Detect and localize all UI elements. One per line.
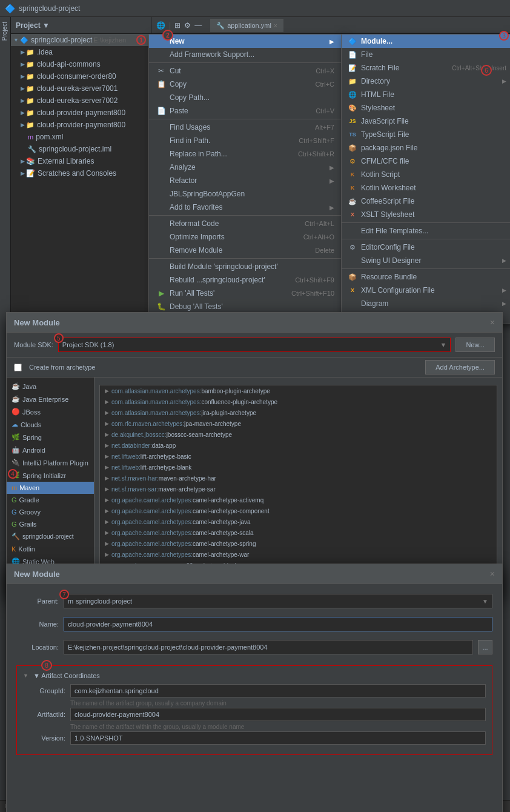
tree-consumer-order[interactable]: ▶ 📁 cloud-consumer-order80: [11, 70, 151, 82]
editor-tab-yml[interactable]: 🔧 application.yml ×: [210, 19, 283, 32]
menu-item-copy-path[interactable]: Copy Path...: [149, 91, 342, 104]
menu-item-favorites[interactable]: Add to Favorites ▶: [149, 201, 342, 214]
toolbar-settings-icon[interactable]: ⚙: [184, 21, 191, 30]
submenu-kotlin-script[interactable]: K Kotlin Script: [342, 168, 510, 181]
groupid-input[interactable]: [70, 684, 486, 697]
menu-item-framework[interactable]: Add Framework Support...: [149, 48, 342, 61]
menu-item-rebuild[interactable]: Rebuild ...springcloud-project' Ctrl+Shi…: [149, 273, 342, 287]
version-input[interactable]: [70, 731, 486, 745]
sidebar-java-enterprise[interactable]: ☕ Java Enterprise: [7, 393, 94, 405]
menu-item-reformat[interactable]: Reformat Code Ctrl+Alt+L: [149, 217, 342, 230]
tree-iml[interactable]: 🔧 springcloud-project.iml: [11, 143, 151, 155]
dialog2-close-btn[interactable]: ×: [490, 569, 495, 579]
toolbar-globe-icon[interactable]: 🌐: [156, 21, 165, 30]
submenu-edit-templates[interactable]: Edit File Templates...: [342, 224, 510, 238]
archetype-seam[interactable]: ▶ de.akquinet.jbosscc:jbosscc-seam-arche…: [100, 429, 497, 440]
tree-pom[interactable]: m pom.xml: [11, 131, 151, 143]
archetype-data-app[interactable]: ▶ net.databinder:data-app: [100, 440, 497, 451]
menu-item-jbl[interactable]: JBLSpringBootAppGen: [149, 187, 342, 201]
submenu-directory[interactable]: 📁 Directory ▶: [342, 75, 510, 88]
menu-item-refactor[interactable]: Refactor ▶: [149, 174, 342, 187]
archetype-list[interactable]: ▶ com.atlassian.maven.archetypes:bamboo-…: [99, 385, 497, 567]
archetype-jira[interactable]: ▶ com.atlassian.maven.archetypes:jira-pl…: [100, 407, 497, 418]
tree-api-commons[interactable]: ▶ 📁 cloud-api-commons: [11, 58, 151, 70]
submenu-diagram[interactable]: Diagram ▶: [342, 297, 510, 310]
sidebar-groovy[interactable]: G Groovy: [7, 506, 94, 518]
dialog1-close-btn[interactable]: ×: [490, 318, 495, 327]
archetype-camel-scala[interactable]: ▶ org.apache.camel.archetypes:camel-arch…: [100, 527, 497, 538]
archetype-bamboo[interactable]: ▶ com.atlassian.maven.archetypes:bamboo-…: [100, 385, 497, 396]
menu-item-find-usages[interactable]: Find Usages Alt+F7: [149, 121, 342, 134]
submenu-stylesheet[interactable]: 🎨 Stylesheet: [342, 101, 510, 115]
submenu-xml-config[interactable]: X XML Configuration File ▶: [342, 284, 510, 297]
artifactid-input[interactable]: [70, 708, 486, 721]
submenu-file[interactable]: 📄 File: [342, 48, 510, 61]
location-browse-btn[interactable]: ...: [478, 640, 492, 654]
archetype-har[interactable]: ▶ net.sf.maven-har:maven-archetype-har: [100, 473, 497, 484]
name-input[interactable]: [64, 617, 492, 631]
sidebar-kotlin[interactable]: K Kotlin: [7, 543, 94, 555]
sidebar-app-forge[interactable]: 🔨 springcloud-project: [7, 530, 94, 543]
submenu-resource-bundle[interactable]: 📦 Resource Bundle: [342, 270, 510, 284]
sidebar-intellij-plugin[interactable]: 🔌 IntelliJ Platform Plugin: [7, 456, 94, 469]
submenu-cfml[interactable]: ⚙ CFML/CFC file: [342, 155, 510, 168]
submenu-html[interactable]: 🌐 HTML File: [342, 88, 510, 101]
panel-header[interactable]: Project ▼: [11, 17, 151, 34]
menu-item-remove-module[interactable]: Remove Module Delete: [149, 244, 342, 257]
tree-root[interactable]: ▼ 🔷 springcloud-project E:\kejizhen: [11, 34, 151, 46]
menu-item-analyze[interactable]: Analyze ▶: [149, 161, 342, 174]
menu-item-build[interactable]: Build Module 'springcloud-project': [149, 260, 342, 273]
sidebar-clouds[interactable]: ☁ Clouds: [7, 418, 94, 431]
menu-item-copy[interactable]: 📋 Copy Ctrl+C: [149, 78, 342, 91]
menu-item-cut[interactable]: ✂ Cut Ctrl+X: [149, 64, 342, 78]
menu-item-run-tests[interactable]: ▶ Run 'All Tests' Ctrl+Shift+F10: [149, 287, 342, 300]
sdk-new-btn[interactable]: New...: [455, 338, 495, 352]
tree-eureka-7002[interactable]: ▶ 📁 cloud-eureka-server7002: [11, 95, 151, 107]
location-input[interactable]: [64, 640, 473, 654]
tree-scratches[interactable]: ▶ 📝 Scratches and Consoles: [11, 167, 151, 179]
archetype-sar[interactable]: ▶ net.sf.maven-sar:maven-archetype-sar: [100, 484, 497, 494]
archetype-confluence[interactable]: ▶ com.atlassian.maven.archetypes:conflue…: [100, 396, 497, 407]
archetype-checkbox[interactable]: [14, 364, 22, 371]
archetype-camel-component[interactable]: ▶ org.apache.camel.archetypes:camel-arch…: [100, 505, 497, 516]
tree-external-libs[interactable]: ▶ 📚 External Libraries: [11, 155, 151, 167]
menu-item-replace-path[interactable]: Replace in Path... Ctrl+Shift+R: [149, 147, 342, 161]
submenu-swing[interactable]: Swing UI Designer ▶: [342, 254, 510, 267]
archetype-camel-spring[interactable]: ▶ org.apache.camel.archetypes:camel-arch…: [100, 538, 497, 549]
parent-select[interactable]: m springcloud-project 7 ▼: [64, 594, 492, 608]
sidebar-java[interactable]: ☕ Java: [7, 380, 94, 393]
submenu-kotlin-worksheet[interactable]: K Kotlin Worksheet: [342, 181, 510, 195]
sidebar-jboss[interactable]: 🔴 JBoss: [7, 405, 94, 418]
archetype-lift-basic[interactable]: ▶ net.liftweb:lift-archetype-basic: [100, 451, 497, 462]
submenu-coffee[interactable]: ☕ CoffeeScript File: [342, 195, 510, 208]
menu-item-new[interactable]: New ▶ 2: [149, 35, 342, 48]
tab-close-btn[interactable]: ×: [274, 22, 277, 29]
submenu-js[interactable]: JS JavaScript File: [342, 115, 510, 128]
toolbar-layout-icon[interactable]: ⊞: [174, 21, 180, 30]
sidebar-spring[interactable]: 🌿 Spring: [7, 431, 94, 444]
submenu-ts[interactable]: TS TypeScript File: [342, 128, 510, 141]
add-archetype-btn[interactable]: Add Archetype...: [425, 360, 495, 374]
toolbar-minus-icon[interactable]: —: [194, 21, 202, 30]
archetype-camel-war[interactable]: ▶ org.apache.camel.archetypes:camel-arch…: [100, 549, 497, 560]
menu-item-debug-tests[interactable]: 🐛 Debug 'All Tests': [149, 300, 342, 313]
archetype-jpa[interactable]: ▶ com.rfc.maven.archetypes:jpa-maven-arc…: [100, 418, 497, 429]
tree-provider-800b[interactable]: ▶ 📁 cloud-provider-payment800: [11, 119, 151, 131]
archetype-camel-activemq[interactable]: ▶ org.apache.camel.archetypes:camel-arch…: [100, 494, 497, 505]
project-side-tab[interactable]: Project: [0, 17, 10, 45]
tree-provider-800a[interactable]: ▶ 📁 cloud-provider-payment800: [11, 107, 151, 119]
menu-item-paste[interactable]: 📄 Paste Ctrl+V: [149, 104, 342, 118]
sidebar-gradle[interactable]: G Gradle: [7, 494, 94, 506]
sidebar-grails[interactable]: G Grails: [7, 518, 94, 530]
menu-item-optimize[interactable]: Optimize Imports Ctrl+Alt+O: [149, 230, 342, 244]
submenu-xslt[interactable]: X XSLT Stylesheet: [342, 208, 510, 221]
tree-idea[interactable]: ▶ 📁 .idea: [11, 46, 151, 58]
sdk-select[interactable]: Project SDK (1.8) ▼ 5: [58, 338, 451, 352]
sidebar-spring-initializr[interactable]: 🌿 Spring Initializr 4: [7, 469, 94, 482]
menu-item-find-path[interactable]: Find in Path. Ctrl+Shift+F: [149, 134, 342, 147]
sidebar-maven[interactable]: m Maven: [7, 482, 94, 494]
sidebar-android[interactable]: 🤖 Android: [7, 444, 94, 456]
archetype-camel-java[interactable]: ▶ org.apache.camel.archetypes:camel-arch…: [100, 516, 497, 527]
submenu-package-json[interactable]: 📦 package.json File: [342, 141, 510, 155]
tree-eureka-7001[interactable]: ▶ 📁 cloud-eureka-server7001: [11, 82, 151, 95]
